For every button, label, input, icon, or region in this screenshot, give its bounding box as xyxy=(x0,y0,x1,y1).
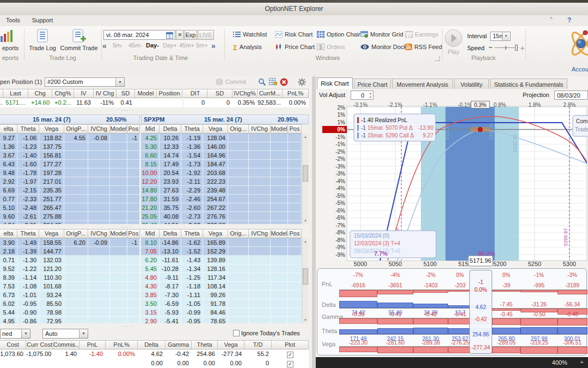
time-step-45mminus[interactable]: 45m- xyxy=(128,42,142,49)
chain-row[interactable]: 7.53-1.08101.68 xyxy=(0,282,140,291)
chain-row[interactable]: 9.27-1.06118.824.55-0.08-1 xyxy=(0,134,140,142)
export-grid-icon[interactable] xyxy=(269,78,277,87)
plot-checkbox[interactable]: ✓ xyxy=(272,350,309,358)
chain-row[interactable]: 6.20-11.61-1.43139.89 xyxy=(141,256,302,264)
risk-chart-plot[interactable]: 5086.735122.055192.675227.395058.735299.… xyxy=(316,101,588,270)
chain-row[interactable]: 14.8027.63-2.29239.48 xyxy=(141,186,302,195)
chain-row[interactable]: 9.60-2.61275.88 xyxy=(0,212,140,221)
tab-volatility[interactable]: Volatility xyxy=(454,79,489,89)
chain-row[interactable]: 5.44-0.9078.98 xyxy=(0,308,140,317)
chain-row[interactable]: 6.43-1.60177.27 xyxy=(0,160,140,168)
time-step-5mplus[interactable]: 5m+ xyxy=(196,42,208,49)
chain-row[interactable]: 6.6014.74-1.54164.96 xyxy=(141,151,302,160)
windows-toggle-option-chain[interactable]: Option Chain xyxy=(317,31,362,39)
account-link[interactable]: Accou xyxy=(572,66,588,73)
ribbon-collapse-icon[interactable]: ^ xyxy=(550,16,553,22)
chain-row[interactable]: 3.67-1.40156.81 xyxy=(0,151,140,160)
scroll-down-icon[interactable]: ▼ xyxy=(302,218,309,224)
ignore-trades-checkbox[interactable]: Ignore Today's Trades xyxy=(233,330,309,336)
chain-row[interactable]: 9.52-1.22121.20 xyxy=(0,264,140,273)
chain-row[interactable]: 4.80-9.11-1.25117.34 xyxy=(141,273,302,282)
tab-price-chart[interactable]: Price Chart xyxy=(354,79,391,89)
position-filter-select[interactable]: ned▼ xyxy=(0,329,30,339)
help-icon[interactable]: ? xyxy=(567,16,571,24)
trade-log-button[interactable]: Trade Log xyxy=(26,28,59,52)
tab-risk-chart[interactable]: Risk Chart xyxy=(317,77,353,89)
chain-row[interactable]: 3.50-6.59-1.0591.78 xyxy=(141,299,302,308)
interval-select[interactable]: 15m▼ xyxy=(490,32,511,41)
chain-row[interactable]: 3.15-5.93-0.9984.46 xyxy=(141,308,302,317)
chain-row[interactable]: 6.69-2.15235.35 xyxy=(0,186,140,195)
summary-right-row[interactable]: 000.35%92,583...0.00% xyxy=(183,98,309,107)
projection-date-field[interactable]: 08/03/20 xyxy=(554,91,588,100)
chain-row[interactable]: 6.73-1.0193.24 xyxy=(0,291,140,299)
tab-statistics-fundamentals[interactable]: Statistics & Fundamentals xyxy=(490,79,567,89)
model-select[interactable]: Auto▼ xyxy=(42,329,88,339)
checkbox-box[interactable]: ✓ xyxy=(287,361,293,367)
scroll-up-icon[interactable]: ▲ xyxy=(302,134,309,140)
time-step-Dayplus[interactable]: Day+ xyxy=(163,42,177,49)
chain-row[interactable]: 4.95-0.8672.95 xyxy=(0,317,140,323)
chain-row[interactable]: 1.36-1.23137.75 xyxy=(0,142,140,151)
search-icon[interactable] xyxy=(258,78,266,87)
chain-row[interactable]: 25.0540.08-2.73276.76 xyxy=(141,212,302,221)
step-back-icon[interactable]: « xyxy=(102,41,107,50)
windows-toggle-risk-chart[interactable]: Risk Chart xyxy=(275,31,313,39)
windows-toggle-monitor-grid[interactable]: Monitor Grid xyxy=(360,31,403,39)
chain-row[interactable]: 12.2023.93-2.11222.23 xyxy=(141,177,302,186)
zoom-in-icon[interactable]: + xyxy=(580,359,584,365)
chain-row[interactable]: 2.90-5.41-0.9578.65 xyxy=(141,317,302,323)
chain-row[interactable]: 3.90-1.49158.556.20-0.09-1 xyxy=(0,238,140,247)
commit-trade-button[interactable]: Commit Trade xyxy=(59,28,99,52)
chain-row[interactable]: 4.2510.26-1.19128.04 xyxy=(141,134,302,142)
scroll-thumb[interactable] xyxy=(303,165,308,182)
chain-row[interactable]: 8.39-1.14110.30 xyxy=(0,273,140,282)
totals-row[interactable]: 0.000.000.000.000✓ xyxy=(0,359,309,368)
windows-toggle-rss-feed[interactable]: RSS Feed xyxy=(405,44,442,51)
time-step-5mminus[interactable]: 5m- xyxy=(113,42,123,49)
chain-row[interactable]: 8.1517.49-1.73184.47 xyxy=(141,160,302,168)
plot-checkbox[interactable]: ✓ xyxy=(272,359,309,367)
tab-movement-analysis[interactable]: Movement Analysis xyxy=(392,79,453,89)
checkbox-box[interactable]: ✓ xyxy=(287,352,293,358)
chain-row[interactable]: 29.4044.51-2.92282.93 xyxy=(141,221,302,224)
chain-row[interactable]: 0.77-2.33251.77 xyxy=(0,195,140,203)
summary-row[interactable]: ....5171....+14.60+0.2...11.63-11%0.41 xyxy=(0,98,182,107)
chain-row[interactable]: 7.05-13.10-1.52152.29 xyxy=(141,247,302,256)
chain-row[interactable]: 9.48-1.78197.28 xyxy=(0,168,140,177)
spinner-up-icon[interactable]: ▲ xyxy=(369,92,372,95)
scrollbar[interactable]: ▲▼ xyxy=(302,134,309,224)
menu-item-tools[interactable]: Tools xyxy=(0,15,26,26)
windows-toggle-monitor-dock[interactable]: Monitor Dock xyxy=(360,44,407,51)
chain-row[interactable]: 3.85-7.30-1.1199.26 xyxy=(141,291,302,299)
windows-toggle-earnings[interactable]: Earnings xyxy=(405,31,438,39)
menu-item-support[interactable]: Support xyxy=(26,15,59,26)
spinner-down-icon[interactable]: ▼ xyxy=(369,95,372,99)
chain-row[interactable]: 5.10-2.48265.47 xyxy=(0,203,140,212)
totals-row[interactable]: 1,073.60-1,075.001.40-1.400.00%4.62-0.42… xyxy=(0,349,309,359)
live-button[interactable]: LIVE xyxy=(198,30,214,40)
windows-toggle-price-chart[interactable]: Price Chart xyxy=(275,44,315,51)
close-position-icon[interactable] xyxy=(280,78,288,87)
chain-row[interactable]: 10.0020.54-1.92203.68 xyxy=(141,168,302,177)
panel-splitter[interactable] xyxy=(312,76,316,368)
step-forward-icon[interactable]: » xyxy=(211,41,216,50)
chain-row[interactable]: 4.24-2.81284.65 xyxy=(0,221,140,224)
play-button[interactable] xyxy=(445,29,462,47)
chain-row[interactable]: 5.45-10.28-1.34128.16 xyxy=(141,264,302,273)
exp-button[interactable]: Exp xyxy=(184,30,197,40)
calendar-icon[interactable] xyxy=(166,32,173,40)
speed-slider-thumb[interactable] xyxy=(515,45,518,51)
windows-toggle-orders[interactable]: $Orders xyxy=(317,44,345,51)
chain-row[interactable]: 5.3012.33-1.36146.00 xyxy=(141,142,302,151)
chain-row[interactable]: 4.30-8.17-1.18108.14 xyxy=(141,282,302,291)
reports-button[interactable]: eports xyxy=(0,29,23,52)
risk-chart[interactable]: 5086.735122.055192.675227.395058.735299.… xyxy=(316,101,588,270)
scroll-thumb[interactable] xyxy=(303,268,308,285)
windows-toggle-watchlist[interactable]: Watchlist xyxy=(233,31,267,39)
section-splitter-handle[interactable]: ····· xyxy=(121,107,134,113)
checkbox-box[interactable] xyxy=(233,330,240,336)
chain-row[interactable]: 21.2035.75-2.60267.22 xyxy=(141,203,302,212)
settings-gear-icon[interactable] xyxy=(298,78,306,87)
chain-row[interactable]: 8.10-14.86-1.62165.89 xyxy=(141,238,302,247)
